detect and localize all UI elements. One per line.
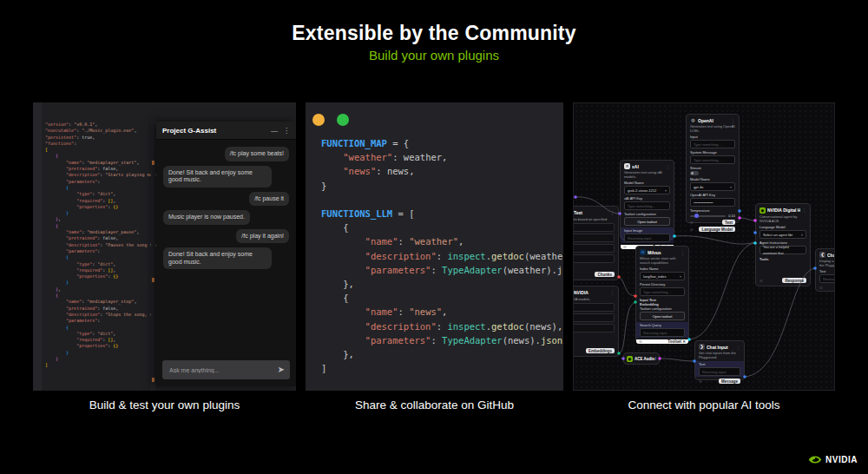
node-field-skeleton bbox=[573, 234, 615, 242]
field-label: Language Model bbox=[760, 225, 806, 229]
node-xai[interactable]: ✕xAI⋮Generates text using xAI models.Mod… bbox=[620, 160, 674, 240]
collapse-icon[interactable]: ⊖ bbox=[819, 286, 823, 290]
field-select[interactable]: langflow_index▾ bbox=[640, 272, 685, 280]
collapse-icon[interactable]: ⊖ bbox=[690, 227, 694, 232]
node-description: Generates text using OpenAI LLMs. bbox=[690, 124, 735, 133]
node-field: System MessageType something... bbox=[690, 150, 735, 164]
caption-right: Connect with popular AI tools bbox=[573, 398, 835, 411]
field-input[interactable]: You are a helpful assistant that bbox=[760, 246, 806, 254]
nvidia-logo: NVIDIA bbox=[808, 455, 858, 464]
node-menu-icon[interactable]: ⋮ bbox=[610, 210, 615, 215]
node-chat-output[interactable]: ❮Chat Output⋮Display a chat message in t… bbox=[815, 248, 835, 292]
chevron-down-icon: ▾ bbox=[730, 184, 732, 190]
node-header: ∞Milvus⋮ bbox=[640, 249, 685, 255]
chevron-down-icon: ▾ bbox=[665, 188, 667, 194]
field-input[interactable]: Type something... bbox=[690, 140, 735, 148]
scroll-marker bbox=[152, 378, 155, 382]
node-field: Input ImageReceiving input bbox=[621, 227, 674, 243]
output-chip: Language Model bbox=[699, 227, 735, 232]
node-menu-icon[interactable]: ⋮ bbox=[681, 250, 685, 255]
nvidia-wordmark: NVIDIA bbox=[825, 455, 858, 464]
node-title: xAI bbox=[632, 164, 664, 169]
code-line: "news": news, bbox=[321, 164, 562, 178]
code-line: }, bbox=[321, 347, 562, 361]
node-menu-icon[interactable]: ⋮ bbox=[802, 207, 806, 213]
chat-header: Project G-Assist — ⋮ bbox=[156, 122, 296, 140]
minimize-icon[interactable]: — bbox=[271, 127, 278, 135]
editor-gutter bbox=[33, 102, 42, 391]
node-description: Get chat inputs from the Playground. bbox=[699, 351, 740, 359]
field-input[interactable]: Receiving input bbox=[699, 367, 740, 376]
node-menu-icon[interactable]: ⋮ bbox=[736, 345, 740, 350]
node-field-skeleton bbox=[573, 254, 615, 263]
node-field-skeleton bbox=[573, 303, 615, 312]
collapse-icon[interactable]: ⊖ bbox=[623, 245, 627, 249]
node-field-skeleton bbox=[573, 324, 615, 332]
node-openai[interactable]: ◎OpenAI⋮Generates text using OpenAI LLMs… bbox=[686, 114, 740, 223]
toggle-switch[interactable] bbox=[690, 171, 699, 175]
code-line: FUNCTION_MAP = { bbox=[321, 136, 562, 150]
chat-bubble-user: /fc play some beats! bbox=[225, 147, 289, 161]
milvus-icon: ∞ bbox=[640, 249, 646, 255]
field-button[interactable]: Open toolset bbox=[640, 312, 685, 320]
send-icon[interactable]: ➤ bbox=[278, 365, 285, 374]
node-description: Display a chat message in the Playground… bbox=[819, 259, 835, 267]
node-ace-audio-input[interactable]: ◉ACE Audio Input bbox=[623, 352, 660, 365]
field-label: System Message bbox=[690, 150, 735, 155]
field-label: Text bbox=[819, 269, 835, 273]
chevron-down-icon: ▾ bbox=[680, 273, 681, 280]
field-select[interactable]: grok-2-vision-1212▾ bbox=[624, 186, 670, 194]
chat-title: Project G-Assist bbox=[162, 127, 266, 135]
editor-scrollbar[interactable] bbox=[151, 122, 155, 391]
kebab-menu-icon[interactable]: ⋮ bbox=[283, 127, 290, 135]
field-input[interactable]: Type something... bbox=[690, 155, 735, 164]
field-button[interactable]: Open toolset bbox=[624, 217, 670, 226]
node-outputs: ⊖Response bbox=[760, 278, 806, 283]
output-row: ⊖Chunks bbox=[573, 272, 615, 277]
node-field: Language ModelSelect an agent libr▾ bbox=[760, 225, 806, 239]
port-label: Tools bbox=[760, 256, 806, 261]
field-input[interactable]: Type something... bbox=[624, 201, 670, 210]
field-label: Model Name bbox=[690, 177, 735, 181]
field-input[interactable]: Receiving input bbox=[624, 234, 670, 242]
node-menu-icon[interactable]: ⋮ bbox=[666, 164, 670, 169]
node-title: Text bbox=[574, 210, 608, 215]
node-field: OpenAI API Key•••••••••••••••• bbox=[690, 193, 735, 207]
node-chat-input[interactable]: ❯Chat Input⋮Get chat inputs from the Pla… bbox=[694, 340, 745, 380]
field-input[interactable]: Type something... bbox=[640, 287, 685, 296]
node-title: NVIDIA bbox=[574, 290, 608, 295]
field-select[interactable]: gpt-4o▾ bbox=[690, 182, 735, 191]
field-label: xAI API Key bbox=[624, 196, 670, 201]
code-line: FUNCTIONS_LLM = [ bbox=[321, 207, 562, 221]
code-line: { bbox=[321, 221, 562, 234]
collapse-icon[interactable]: ⊖ bbox=[690, 221, 694, 225]
node-menu-icon[interactable]: ⋮ bbox=[731, 118, 735, 123]
node-outputs: ⊖Text⊖Language Model bbox=[690, 220, 735, 232]
field-select[interactable]: Select an agent libr▾ bbox=[760, 230, 806, 239]
field-label: Temperature bbox=[690, 208, 735, 213]
chat-bubble-bot: Done! Sit back and enjoy some good music… bbox=[163, 247, 272, 269]
output-row: ⊖Response bbox=[760, 278, 806, 283]
code-line: "description": inspect.getdoc(weathe bbox=[321, 249, 562, 263]
node-nvidia-embeddings[interactable]: ◉NVIDIA⋮NVIDIA models.⊖Embeddings bbox=[573, 286, 619, 357]
node-split-text[interactable]: ≡Text⋮chunks based on specified⊖Chunks bbox=[573, 206, 619, 280]
field-label: Text bbox=[699, 362, 740, 366]
node-title: Chat Input bbox=[707, 345, 734, 350]
g-assist-chat-window: Project G-Assist — ⋮ /fc play some beats… bbox=[156, 122, 296, 386]
toolset-label: Toolset ✕ bbox=[667, 339, 686, 344]
collapse-icon[interactable]: ⊖ bbox=[760, 279, 763, 283]
node-nvidia-digital-human[interactable]: ◉NVIDIA Digital Human⋮Conversational age… bbox=[755, 203, 811, 286]
node-title: NVIDIA Digital Human bbox=[767, 207, 800, 213]
code-line: }, bbox=[321, 277, 562, 291]
chat-input[interactable] bbox=[168, 366, 274, 374]
collapse-icon[interactable]: ⊖ bbox=[639, 339, 642, 344]
slider[interactable]: 0.10 bbox=[690, 214, 735, 218]
field-label: Model Name bbox=[624, 181, 670, 185]
field-input[interactable]: •••••••••••••••• bbox=[690, 198, 735, 207]
node-title: OpenAI bbox=[698, 118, 729, 123]
collapse-icon[interactable]: ⊖ bbox=[699, 379, 702, 384]
node-menu-icon[interactable]: ⋮ bbox=[610, 290, 615, 295]
field-input[interactable]: Receiving input bbox=[640, 328, 685, 337]
node-milvus[interactable]: ∞Milvus⋮Milvus vector store with search … bbox=[635, 246, 689, 343]
field-input[interactable]: Receiving input bbox=[819, 274, 835, 283]
